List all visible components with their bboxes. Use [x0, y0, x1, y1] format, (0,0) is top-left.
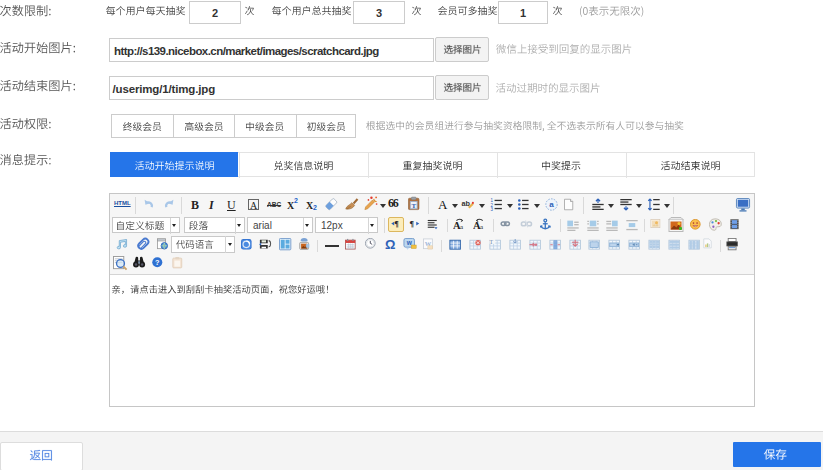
- svg-text:¶: ¶: [394, 220, 399, 229]
- svg-text:a: a: [460, 223, 464, 231]
- svg-text:¶: ¶: [410, 220, 415, 229]
- svg-text:T: T: [411, 202, 416, 209]
- svg-text:T: T: [490, 239, 494, 245]
- svg-text:3: 3: [491, 207, 494, 211]
- svg-text:a: a: [480, 223, 484, 231]
- svg-text:a: a: [549, 200, 554, 209]
- svg-text:?: ?: [155, 258, 160, 267]
